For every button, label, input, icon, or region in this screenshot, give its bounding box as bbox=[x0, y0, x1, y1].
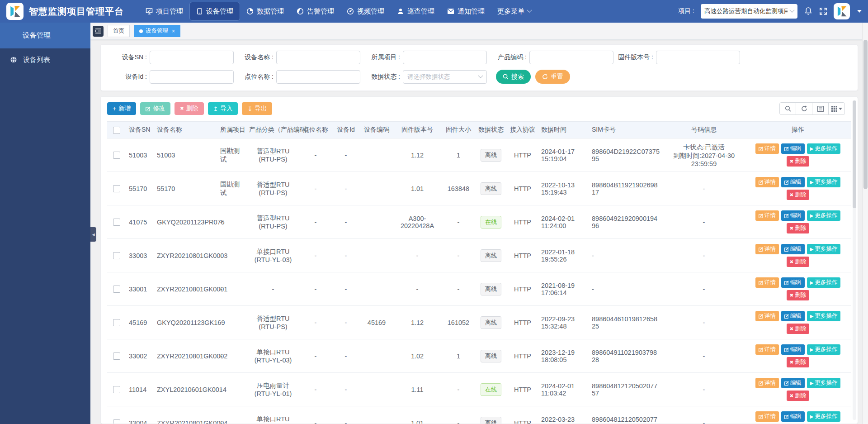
row-edit-button[interactable]: 编辑 bbox=[781, 143, 805, 154]
add-button[interactable]: +新增 bbox=[107, 102, 136, 115]
edit-button[interactable]: 修改 bbox=[140, 102, 170, 115]
reset-button[interactable]: 重置 bbox=[535, 70, 570, 84]
row-actions: 详情 编辑 ▶更多操作 ✖删除 bbox=[747, 378, 849, 401]
cell-protocol: HTTP bbox=[507, 272, 538, 306]
user-avatar[interactable] bbox=[834, 3, 850, 19]
detail-button[interactable]: 详情 bbox=[755, 411, 779, 422]
search-button[interactable]: 搜索 bbox=[496, 70, 531, 84]
row-checkbox[interactable] bbox=[113, 353, 120, 360]
table-scrollbar-thumb[interactable] bbox=[853, 100, 856, 208]
table-search-toggle-button[interactable] bbox=[779, 102, 796, 115]
grid-icon bbox=[831, 106, 837, 112]
point-name-label: 点位名称 : bbox=[236, 73, 276, 81]
sidebar-item-label: 设备列表 bbox=[23, 56, 50, 64]
nav-item-alarm[interactable]: 告警管理 bbox=[290, 2, 340, 21]
sidebar-item-device-list[interactable]: 设备列表 bbox=[0, 48, 90, 71]
row-checkbox[interactable] bbox=[113, 419, 120, 424]
detail-button[interactable]: 详情 bbox=[755, 311, 779, 321]
row-edit-button[interactable]: 编辑 bbox=[781, 378, 805, 388]
point-name-input[interactable] bbox=[276, 70, 360, 84]
more-actions-button[interactable]: ▶更多操作 bbox=[807, 277, 841, 288]
row-delete-button[interactable]: ✖删除 bbox=[787, 190, 809, 200]
row-edit-button[interactable]: 编辑 bbox=[781, 344, 805, 355]
nav-item-video[interactable]: 视频管理 bbox=[340, 2, 391, 21]
table-header-row: 设备SN 设备名称 所属项目 产品分类（产品编码） 点位名称 设备Id 设备编码… bbox=[107, 122, 851, 138]
row-checkbox[interactable] bbox=[113, 219, 120, 226]
row-delete-button[interactable]: ✖删除 bbox=[787, 156, 809, 167]
sidebar-group-device-mgmt[interactable]: 设备管理 bbox=[0, 23, 90, 48]
more-actions-button[interactable]: ▶更多操作 bbox=[807, 244, 841, 254]
product-code-input[interactable] bbox=[529, 51, 613, 64]
row-checkbox[interactable] bbox=[113, 152, 120, 159]
project-input[interactable] bbox=[403, 51, 487, 64]
row-checkbox[interactable] bbox=[113, 319, 120, 326]
nav-item-data[interactable]: 数据管理 bbox=[240, 2, 290, 21]
row-edit-button[interactable]: 编辑 bbox=[781, 244, 805, 254]
detail-button[interactable]: 详情 bbox=[755, 344, 779, 355]
firmware-version-input[interactable] bbox=[656, 51, 740, 64]
data-icon bbox=[246, 8, 254, 15]
tab-home[interactable]: 首页 bbox=[108, 25, 130, 37]
row-delete-button[interactable]: ✖删除 bbox=[787, 223, 809, 233]
more-actions-button[interactable]: ▶更多操作 bbox=[807, 177, 841, 187]
notifications-bell-button[interactable] bbox=[804, 7, 813, 16]
more-actions-button[interactable]: ▶更多操作 bbox=[807, 311, 841, 321]
delete-button[interactable]: ✖删除 bbox=[175, 102, 203, 115]
detail-button[interactable]: 详情 bbox=[755, 210, 779, 221]
row-delete-button[interactable]: ✖删除 bbox=[787, 290, 809, 300]
more-actions-button[interactable]: ▶更多操作 bbox=[807, 378, 841, 388]
page-scrollbar-thumb[interactable] bbox=[863, 40, 868, 189]
cell-project: - bbox=[217, 373, 246, 406]
row-checkbox[interactable] bbox=[113, 386, 120, 393]
more-actions-button[interactable]: ▶更多操作 bbox=[807, 210, 841, 221]
row-edit-button[interactable]: 编辑 bbox=[781, 277, 805, 288]
nav-item-project[interactable]: 项目管理 bbox=[139, 2, 189, 21]
cell-sim: 898604812120502077 57 bbox=[589, 373, 663, 406]
row-checkbox[interactable] bbox=[113, 252, 120, 259]
row-checkbox[interactable] bbox=[113, 286, 120, 293]
row-checkbox[interactable] bbox=[113, 185, 120, 192]
table-row: 11014 ZXYL20210601GK0014 - 压电雨量计 (RTU-YL… bbox=[107, 373, 851, 406]
row-edit-button[interactable]: 编辑 bbox=[781, 177, 805, 187]
edit-pencil-icon bbox=[784, 414, 789, 419]
data-status-select[interactable]: 请选择数据状态 bbox=[403, 70, 487, 84]
detail-button[interactable]: 详情 bbox=[755, 378, 779, 388]
table-columns-button[interactable] bbox=[812, 102, 829, 115]
more-actions-button[interactable]: ▶更多操作 bbox=[807, 411, 841, 422]
detail-button[interactable]: 详情 bbox=[755, 143, 779, 154]
row-edit-button[interactable]: 编辑 bbox=[781, 411, 805, 422]
user-menu-caret-icon[interactable] bbox=[857, 10, 862, 13]
tab-close-icon[interactable]: × bbox=[172, 28, 175, 34]
project-select[interactable]: 高速公路运营期自动化监测项目 bbox=[701, 4, 797, 19]
row-edit-button[interactable]: 编辑 bbox=[781, 210, 805, 221]
nav-item-notice[interactable]: 通知管理 bbox=[441, 2, 491, 21]
row-delete-button[interactable]: ✖删除 bbox=[787, 391, 809, 401]
row-delete-button[interactable]: ✖删除 bbox=[787, 324, 809, 334]
detail-button[interactable]: 详情 bbox=[755, 177, 779, 187]
cell-point-name: - bbox=[300, 205, 331, 239]
detail-button[interactable]: 详情 bbox=[755, 244, 779, 254]
row-delete-button[interactable]: ✖删除 bbox=[787, 357, 809, 367]
sidebar-toggle-button[interactable] bbox=[93, 26, 104, 37]
tab-device-mgmt[interactable]: 设备管理 × bbox=[134, 25, 180, 37]
nav-item-more-menu[interactable]: 更多菜单 bbox=[491, 2, 538, 21]
import-button[interactable]: ↥导入 bbox=[208, 102, 238, 115]
select-all-checkbox[interactable] bbox=[113, 127, 120, 134]
more-actions-button[interactable]: ▶更多操作 bbox=[807, 344, 841, 355]
device-id-input[interactable] bbox=[150, 70, 234, 84]
nav-item-device[interactable]: 设备管理 bbox=[189, 2, 240, 21]
fullscreen-button[interactable] bbox=[819, 7, 827, 15]
row-delete-button[interactable]: ✖删除 bbox=[787, 257, 809, 267]
detail-button[interactable]: 详情 bbox=[755, 277, 779, 288]
table-layout-grid-button[interactable] bbox=[828, 102, 845, 115]
nav-item-patrol[interactable]: 巡查管理 bbox=[391, 2, 441, 21]
export-button[interactable]: ↧导出 bbox=[242, 102, 272, 115]
row-edit-button[interactable]: 编辑 bbox=[781, 311, 805, 321]
table-refresh-button[interactable] bbox=[796, 102, 812, 115]
col-card-info: 号码信息 bbox=[663, 122, 745, 138]
sidebar-collapse-handle[interactable]: ◀ bbox=[90, 227, 96, 242]
more-actions-button[interactable]: ▶更多操作 bbox=[807, 143, 841, 154]
device-sn-input[interactable] bbox=[150, 51, 234, 64]
project-select-label: 项目 : bbox=[678, 7, 694, 15]
device-name-input[interactable] bbox=[276, 51, 360, 64]
